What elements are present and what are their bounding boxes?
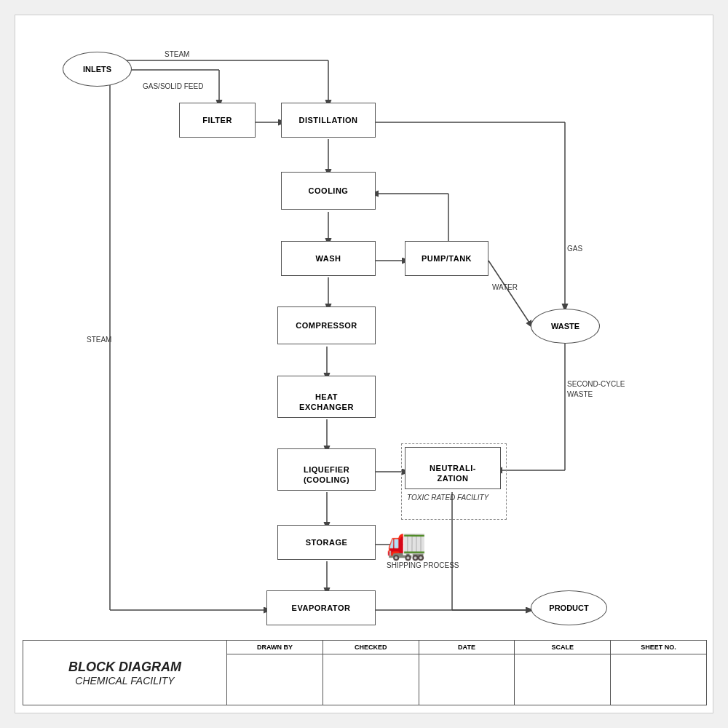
- distillation-node: DISTILLATION: [281, 103, 376, 138]
- heatexchanger-node: HEATEXCHANGER: [277, 376, 376, 418]
- steam-left-label: STEAM: [87, 336, 111, 344]
- checked-cell: CHECKED: [323, 641, 419, 705]
- checked-header: CHECKED: [323, 641, 419, 654]
- sheet-cell: SHEET NO.: [611, 641, 706, 705]
- drawn-by-cell: DRAWN BY: [227, 641, 323, 705]
- pumptank-node: PUMP/TANK: [405, 241, 488, 276]
- liquefier-node: LIQUEFIER(COOLING): [277, 448, 376, 491]
- evaporator-node: EVAPORATOR: [266, 590, 376, 625]
- scale-cell: SCALE: [515, 641, 611, 705]
- filter-node: FILTER: [179, 103, 256, 138]
- scale-header: SCALE: [515, 641, 610, 654]
- footer-title-line2: CHEMICAL FACILITY: [75, 675, 174, 687]
- toxic-label: TOXIC RATED FACILITY: [407, 493, 488, 502]
- waste-node: WASTE: [531, 309, 600, 344]
- shipping-label: SHIPPING PROCESS: [387, 561, 459, 569]
- footer-table: BLOCK DIAGRAM CHEMICAL FACILITY DRAWN BY…: [23, 640, 707, 705]
- gas-solid-label: GAS/SOLID FEED: [143, 82, 203, 90]
- drawn-by-value: [227, 654, 323, 705]
- diagram-area: INLETS STEAM GAS/SOLID FEED FILTER DISTI…: [23, 23, 707, 634]
- date-cell: DATE: [419, 641, 515, 705]
- compressor-node: COMPRESSOR: [277, 306, 376, 344]
- cooling-node: COOLING: [281, 172, 376, 210]
- footer-cells: DRAWN BY CHECKED DATE SCALE SHEET NO.: [227, 641, 706, 705]
- water-label: WATER: [492, 283, 518, 291]
- second-cycle-label: SECOND-CYCLEWASTE: [567, 379, 625, 400]
- checked-value: [323, 654, 419, 705]
- truck-icon: 🚛: [387, 527, 427, 559]
- product-node: PRODUCT: [531, 590, 607, 625]
- date-header: DATE: [419, 641, 515, 654]
- inlets-node: INLETS: [63, 52, 132, 87]
- drawn-by-header: DRAWN BY: [227, 641, 323, 654]
- scale-value: [515, 654, 610, 705]
- wash-node: WASH: [281, 241, 376, 276]
- sheet-header: SHEET NO.: [611, 641, 706, 654]
- storage-node: STORAGE: [277, 525, 376, 560]
- gas-label: GAS: [567, 245, 582, 253]
- footer-title: BLOCK DIAGRAM CHEMICAL FACILITY: [23, 641, 227, 705]
- page: INLETS STEAM GAS/SOLID FEED FILTER DISTI…: [15, 15, 713, 713]
- steam-top-label: STEAM: [165, 50, 189, 58]
- neutralization-node: NEUTRALI-ZATION: [405, 447, 501, 489]
- footer-title-line1: BLOCK DIAGRAM: [68, 660, 181, 675]
- sheet-value: [611, 654, 706, 705]
- svg-line-19: [488, 261, 532, 327]
- date-value: [419, 654, 515, 705]
